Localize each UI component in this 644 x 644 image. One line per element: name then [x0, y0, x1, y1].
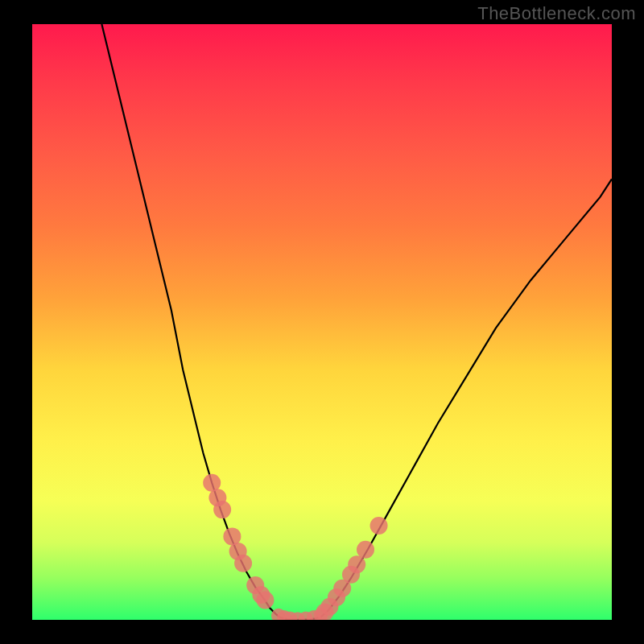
scatter-group [203, 474, 387, 620]
data-point [348, 555, 365, 573]
data-point [234, 555, 252, 572]
curve-left-curve [101, 24, 280, 617]
data-point [357, 541, 374, 559]
data-point [213, 501, 231, 518]
watermark-text: TheBottleneck.com [477, 3, 636, 24]
data-point [256, 592, 274, 609]
chart-frame: TheBottleneck.com [0, 0, 644, 644]
plot-overlay [32, 24, 612, 620]
data-point [370, 517, 388, 535]
curve-group [101, 24, 612, 620]
plot-area [32, 24, 612, 620]
